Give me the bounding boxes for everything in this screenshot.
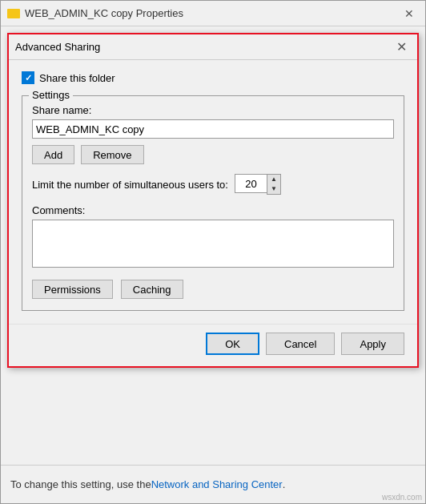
share-checkbox-row: ✓ Share this folder [22,71,404,84]
permissions-caching-row: Permissions Caching [32,280,394,299]
comments-label: Comments: [32,204,394,216]
share-this-folder-checkbox[interactable]: ✓ [22,71,34,84]
limit-label: Limit the number of simultaneous users t… [32,179,228,191]
dialog-titlebar: Advanced Sharing ✕ [9,34,417,60]
comments-textarea[interactable] [32,220,394,268]
remove-button[interactable]: Remove [81,145,143,164]
dialog-title: Advanced Sharing [15,41,100,53]
spinner-buttons: ▲ ▼ [267,174,281,195]
share-name-field-row: Share name: [32,104,394,139]
user-limit-spinner: ▲ ▼ [235,174,281,195]
settings-group: Settings Share name: Add Remove Limit th… [22,95,404,311]
bottom-bar: To change this setting, use the Network … [1,465,425,503]
spinner-up-button[interactable]: ▲ [267,175,280,184]
permissions-button[interactable]: Permissions [32,280,113,299]
add-remove-row: Add Remove [32,145,394,164]
folder-icon [7,9,20,18]
network-sharing-center-link[interactable]: Network and Sharing Center [151,478,283,490]
checkbox-check-icon: ✓ [25,73,32,83]
bottom-bar-text-after: . [283,478,286,490]
add-button[interactable]: Add [32,145,74,164]
ok-button[interactable]: OK [206,333,259,355]
bg-close-button[interactable]: ✕ [400,4,419,23]
dialog-footer: OK Cancel Apply [9,324,417,366]
dialog-close-button[interactable]: ✕ [392,38,411,57]
caching-button[interactable]: Caching [121,280,183,299]
spinner-down-button[interactable]: ▼ [267,184,280,194]
share-checkbox-label[interactable]: Share this folder [39,72,115,84]
apply-button[interactable]: Apply [341,333,404,355]
advanced-sharing-dialog: Advanced Sharing ✕ ✓ Share this folder S… [7,33,419,368]
user-limit-input[interactable] [235,174,267,193]
cancel-button[interactable]: Cancel [266,333,335,355]
dialog-body: ✓ Share this folder Settings Share name:… [9,60,417,324]
bottom-bar-text: To change this setting, use the [10,478,151,490]
share-name-input[interactable] [32,119,394,139]
watermark: wsxdn.com [382,493,422,502]
limit-users-row: Limit the number of simultaneous users t… [32,174,394,195]
bg-titlebar: WEB_ADMIN_KC copy Properties ✕ [1,1,425,26]
settings-legend: Settings [29,89,73,101]
share-name-label: Share name: [32,104,394,116]
bg-window-title: WEB_ADMIN_KC copy Properties [25,7,183,19]
background-window: WEB_ADMIN_KC copy Properties ✕ Advanced … [0,0,426,504]
